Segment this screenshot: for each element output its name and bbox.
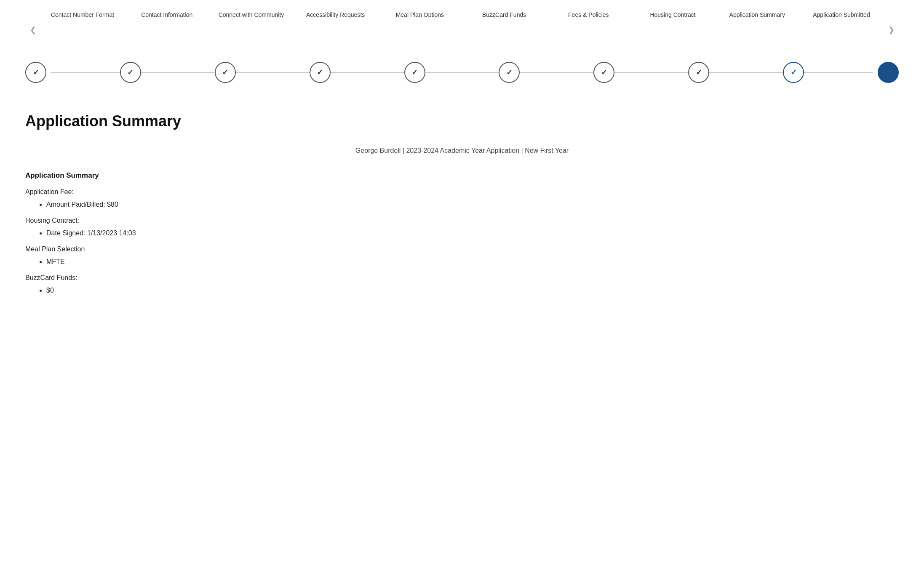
main-content: Application Summary George Burdell | 202… xyxy=(0,96,924,320)
section-housing-contract: Housing Contract: Date Signed: 1/13/2023… xyxy=(25,217,899,237)
progress-line xyxy=(51,72,873,73)
step-buzzcard-funds[interactable]: BuzzCard Funds xyxy=(470,11,538,41)
section-application-fee: Application Fee: Amount Paid/Billed: $80 xyxy=(25,188,899,208)
list-item-application-fee-amount: Amount Paid/Billed: $80 xyxy=(46,201,899,208)
circle-buzzcard-funds[interactable]: ✓ xyxy=(499,62,520,83)
step-label-fees-policies: Fees & Policies xyxy=(568,11,609,41)
step-label-buzzcard-funds: BuzzCard Funds xyxy=(482,11,526,41)
step-application-submitted[interactable]: Application Submitted xyxy=(808,11,875,41)
page-wrapper: ❮ Contact Number Format Contact Informat… xyxy=(0,0,924,320)
checkmark-icon: ✓ xyxy=(696,68,702,77)
step-label-contact-information: Contact Information xyxy=(141,11,192,41)
circle-accessibility-requests[interactable]: ✓ xyxy=(310,62,331,83)
prev-arrow[interactable]: ❮ xyxy=(25,7,40,49)
step-label-application-submitted: Application Submitted xyxy=(813,11,870,41)
circle-connect-with-community[interactable]: ✓ xyxy=(215,62,236,83)
steps-container: Contact Number Format Contact Informatio… xyxy=(40,7,884,48)
buzzcard-funds-label: BuzzCard Funds: xyxy=(25,274,899,282)
section-meal-plan: Meal Plan Selection MFTE xyxy=(25,245,899,266)
app-info: George Burdell | 2023-2024 Academic Year… xyxy=(25,147,899,155)
checkmark-icon: ✓ xyxy=(33,68,39,77)
checkmark-icon: ✓ xyxy=(790,68,797,77)
progress-track: ✓ ✓ ✓ ✓ ✓ ✓ ✓ ✓ ✓ xyxy=(25,58,899,87)
meal-plan-label: Meal Plan Selection xyxy=(25,245,899,253)
circle-fees-policies[interactable]: ✓ xyxy=(593,62,614,83)
circle-housing-contract[interactable]: ✓ xyxy=(688,62,709,83)
step-label-contact-number-format: Contact Number Format xyxy=(51,11,114,41)
step-meal-plan-options[interactable]: Meal Plan Options xyxy=(386,11,454,41)
step-fees-policies[interactable]: Fees & Policies xyxy=(555,11,622,41)
circle-contact-number-format[interactable]: ✓ xyxy=(25,62,46,83)
circle-contact-information[interactable]: ✓ xyxy=(120,62,141,83)
step-housing-contract[interactable]: Housing Contract xyxy=(639,11,707,41)
progress-section: ✓ ✓ ✓ ✓ ✓ ✓ ✓ ✓ ✓ xyxy=(0,49,924,96)
checkmark-icon: ✓ xyxy=(506,68,513,77)
circle-meal-plan-options[interactable]: ✓ xyxy=(404,62,425,83)
housing-contract-label: Housing Contract: xyxy=(25,217,899,224)
step-label-meal-plan-options: Meal Plan Options xyxy=(396,11,444,41)
step-contact-information[interactable]: Contact Information xyxy=(133,11,200,41)
list-item-buzzcard-amount: $0 xyxy=(46,287,899,294)
application-fee-label: Application Fee: xyxy=(25,188,899,196)
section-summary-heading: Application Summary xyxy=(25,171,899,180)
step-contact-number-format[interactable]: Contact Number Format xyxy=(49,11,116,41)
step-label-accessibility-requests: Accessibility Requests xyxy=(306,11,365,41)
step-label-housing-contract: Housing Contract xyxy=(650,11,695,41)
checkmark-icon: ✓ xyxy=(411,68,418,77)
checkmark-icon: ✓ xyxy=(601,68,607,77)
next-arrow[interactable]: ❯ xyxy=(884,7,899,49)
checkmark-icon: ✓ xyxy=(317,68,323,77)
step-label-connect-with-community: Connect with Community xyxy=(219,11,284,41)
list-item-date-signed: Date Signed: 1/13/2023 14:03 xyxy=(46,229,899,237)
circle-application-submitted[interactable] xyxy=(878,62,899,83)
step-application-summary[interactable]: Application Summary xyxy=(724,11,791,41)
circle-application-summary[interactable]: ✓ xyxy=(783,62,804,83)
step-connect-with-community[interactable]: Connect with Community xyxy=(217,11,285,41)
page-title: Application Summary xyxy=(25,112,899,130)
checkmark-icon: ✓ xyxy=(127,68,134,77)
list-item-meal-plan-value: MFTE xyxy=(46,258,899,266)
summary-heading: Application Summary xyxy=(25,171,899,180)
section-buzzcard-funds: BuzzCard Funds: $0 xyxy=(25,274,899,294)
steps-nav: ❮ Contact Number Format Contact Informat… xyxy=(0,0,924,49)
step-label-application-summary: Application Summary xyxy=(729,11,785,41)
checkmark-icon: ✓ xyxy=(222,68,228,77)
step-accessibility-requests[interactable]: Accessibility Requests xyxy=(302,11,369,41)
